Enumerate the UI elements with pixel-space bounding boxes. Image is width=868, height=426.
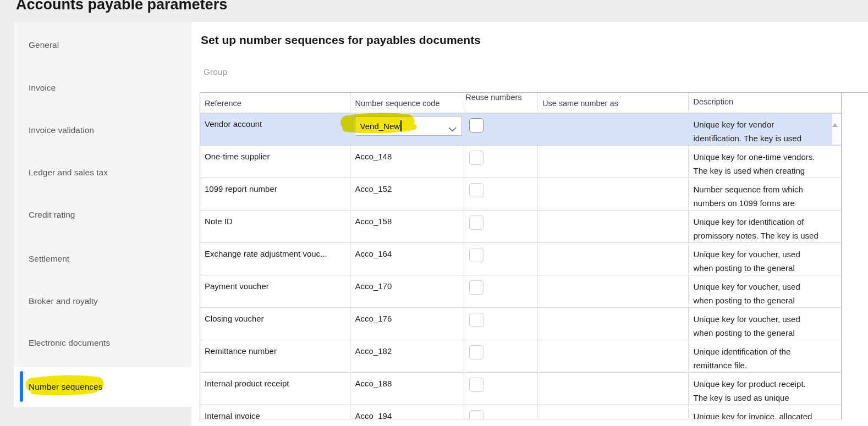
main-panel: Set up number sequences for payables doc… <box>191 22 868 426</box>
description-cell: Unique key for voucher, used when postin… <box>693 312 837 340</box>
description-cell: Unique key for invoice, allocated <box>693 410 837 419</box>
description-cell: Unique key for identification of promiss… <box>693 215 837 242</box>
section-heading: Set up number sequences for payables doc… <box>201 34 481 47</box>
description-cell: Unique key for voucher, used when postin… <box>693 280 837 307</box>
description-scrollbar[interactable] <box>832 114 841 145</box>
sequence-code-cell: Acco_158 <box>355 217 392 226</box>
sequence-code-cell: Acco_194 <box>355 411 392 419</box>
reuse-numbers-checkbox[interactable] <box>469 313 484 327</box>
sequence-code-cell: Acco_148 <box>355 152 392 161</box>
sidebar-item-electronic-documents[interactable]: Electronic documents <box>14 323 191 363</box>
sidebar-item-settlement[interactable]: Settlement <box>14 239 191 279</box>
sidebar-item-label: Electronic documents <box>29 338 110 347</box>
table-row[interactable]: Internal invoice Acco_194 Unique key for… <box>200 405 841 419</box>
reference-cell: Payment voucher <box>205 281 269 291</box>
reference-cell: One-time supplier <box>205 152 270 161</box>
description-cell: Number sequence from which numbers on 10… <box>693 182 837 210</box>
text-cursor <box>400 120 402 131</box>
column-header-reuse-numbers[interactable]: Reuse numbers <box>465 93 538 113</box>
sequence-code-cell: Acco_182 <box>355 346 392 356</box>
table-row[interactable]: 1099 report number Acco_152 Number seque… <box>200 178 841 211</box>
reference-cell: Internal product receipt <box>205 379 289 388</box>
table-row[interactable]: Exchange rate adjustment vouc... Acco_16… <box>200 243 841 275</box>
sidebar-item-invoice[interactable]: Invoice <box>14 68 191 108</box>
grid-clip-edge <box>200 419 842 419</box>
sidebar-nav: General Invoice Invoice validation Ledge… <box>14 22 191 407</box>
sidebar-item-ledger-and-sales-tax[interactable]: Ledger and sales tax <box>14 153 191 192</box>
sidebar-item-label: Broker and royalty <box>29 296 98 306</box>
page-title: Accounts payable parameters <box>16 0 227 13</box>
sequence-code-cell: Acco_164 <box>355 249 392 258</box>
reuse-numbers-checkbox[interactable] <box>469 118 484 132</box>
reuse-numbers-checkbox[interactable] <box>469 280 484 295</box>
reference-cell: Internal invoice <box>205 411 260 419</box>
column-header-reference[interactable]: Reference <box>200 93 351 113</box>
reuse-numbers-checkbox[interactable] <box>469 183 484 197</box>
reference-cell: Exchange rate adjustment vouc... <box>205 249 327 258</box>
reuse-numbers-checkbox[interactable] <box>469 248 484 262</box>
reference-cell: Note ID <box>205 217 233 226</box>
grid-table: Reference Number sequence code Reuse num… <box>200 93 842 419</box>
group-button[interactable]: Group <box>204 67 227 77</box>
sequence-code-cell: Acco_176 <box>355 314 392 323</box>
table-row[interactable]: Payment voucher Acco_170 Unique key for … <box>200 275 841 308</box>
description-cell: Unique key for product receipt. The key … <box>693 377 837 405</box>
reuse-numbers-checkbox[interactable] <box>469 345 484 359</box>
sequence-code-cell: Acco_152 <box>355 184 392 193</box>
column-header-description[interactable]: Description <box>689 93 841 113</box>
grid-body: Vendor account Vend_New Unique key for v… <box>200 113 841 419</box>
sidebar-item-label: Credit rating <box>29 210 75 219</box>
reference-cell: Vendor account <box>205 119 262 129</box>
sidebar-item-credit-rating[interactable]: Credit rating <box>14 195 191 235</box>
sidebar-item-number-sequences[interactable]: Number sequences <box>14 367 191 407</box>
reuse-numbers-checkbox[interactable] <box>469 151 484 165</box>
sidebar-item-label: Number sequences <box>29 382 102 391</box>
scroll-up-icon[interactable] <box>832 114 838 127</box>
sidebar-item-label: General <box>29 40 59 49</box>
description-cell: Unique key for voucher, used when postin… <box>693 247 837 275</box>
sidebar-item-label: Invoice <box>29 83 56 92</box>
reference-cell: 1099 report number <box>205 184 277 193</box>
table-row[interactable]: Internal product receipt Acco_188 Unique… <box>200 373 841 405</box>
sequence-code-cell: Acco_170 <box>355 281 392 291</box>
column-header-sequence-code[interactable]: Number sequence code <box>351 93 466 113</box>
table-row[interactable]: Remittance number Acco_182 Unique identi… <box>200 340 841 373</box>
sequence-code-combobox[interactable]: Vend_New <box>355 116 462 136</box>
reuse-numbers-checkbox[interactable] <box>469 410 484 419</box>
table-row[interactable]: Note ID Acco_158 Unique key for identifi… <box>200 211 841 243</box>
sidebar-item-general[interactable]: General <box>14 25 191 65</box>
reuse-numbers-checkbox[interactable] <box>469 215 484 230</box>
sidebar-item-label: Settlement <box>29 254 69 263</box>
sidebar-item-broker-and-royalty[interactable]: Broker and royalty <box>14 281 191 321</box>
description-cell: Unique key for one-time vendors. The key… <box>693 150 837 178</box>
grid-header-row: Reference Number sequence code Reuse num… <box>200 93 841 113</box>
number-sequences-grid: Reference Number sequence code Reuse num… <box>200 92 868 419</box>
reference-cell: Remittance number <box>205 346 277 356</box>
chevron-down-icon[interactable] <box>448 124 457 134</box>
table-row[interactable]: Closing voucher Acco_176 Unique key for … <box>200 308 841 340</box>
description-cell: Unique identification of the remittance … <box>693 345 837 372</box>
table-row[interactable]: Vendor account Vend_New Unique key for v… <box>200 113 841 146</box>
sequence-code-input[interactable]: Vend_New <box>360 121 400 131</box>
description-cell: Unique key for vendor identification. Th… <box>693 118 837 145</box>
reference-cell: Closing voucher <box>205 314 264 323</box>
sidebar-item-invoice-validation[interactable]: Invoice validation <box>14 110 191 150</box>
table-row[interactable]: One-time supplier Acco_148 Unique key fo… <box>200 146 841 178</box>
sidebar-item-label: Invoice validation <box>29 125 94 135</box>
scroll-down-icon[interactable] <box>838 113 841 123</box>
column-header-use-same-number[interactable]: Use same number as <box>538 93 689 113</box>
sequence-code-cell: Acco_188 <box>355 379 392 388</box>
sidebar-item-label: Ledger and sales tax <box>29 168 108 177</box>
reuse-numbers-checkbox[interactable] <box>469 378 484 392</box>
